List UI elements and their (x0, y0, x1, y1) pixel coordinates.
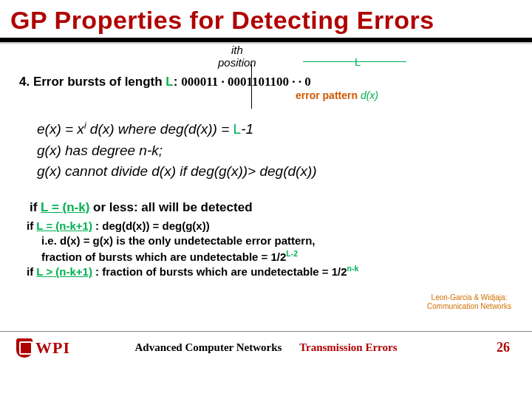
bullet-4: 4. Error bursts of length L: 000011 · 00… (19, 75, 311, 89)
cond-3: i.e. d(x) = g(x) is the only undetectabl… (41, 234, 316, 247)
equation-e-x: e(x) = xi d(x) where deg(d(x)) = L-1 (37, 120, 253, 137)
cond-2: if L = (n-k+1) : deg(d(x)) = deg(g(x)) (27, 219, 210, 232)
error-pattern-label: error pattern d(x) (296, 89, 378, 101)
footer-topic: Transmission Errors (299, 341, 397, 353)
cond-1: if L = (n-k) or less: all will be detect… (30, 200, 253, 215)
footer-course: Advanced Computer Networks (134, 341, 282, 353)
cond-5: if L > (n-k+1) : fraction of bursts whic… (27, 264, 358, 278)
slide-title: GP Properties for Detecting Errors (0, 0, 532, 38)
footer-rule (0, 331, 532, 332)
page-number: 26 (497, 340, 510, 355)
ith-label: ith position (218, 44, 256, 69)
L-span-label: L (355, 55, 361, 68)
equation-g-degree: g(x) has degree n-k; (37, 143, 163, 159)
cond-4: fraction of bursts which are undetectabl… (41, 249, 298, 263)
reference: Leon-Garcia & Widjaja:Communication Netw… (427, 293, 511, 311)
equation-divide: g(x) cannot divide d(x) if deg(g(x))> de… (37, 163, 317, 180)
